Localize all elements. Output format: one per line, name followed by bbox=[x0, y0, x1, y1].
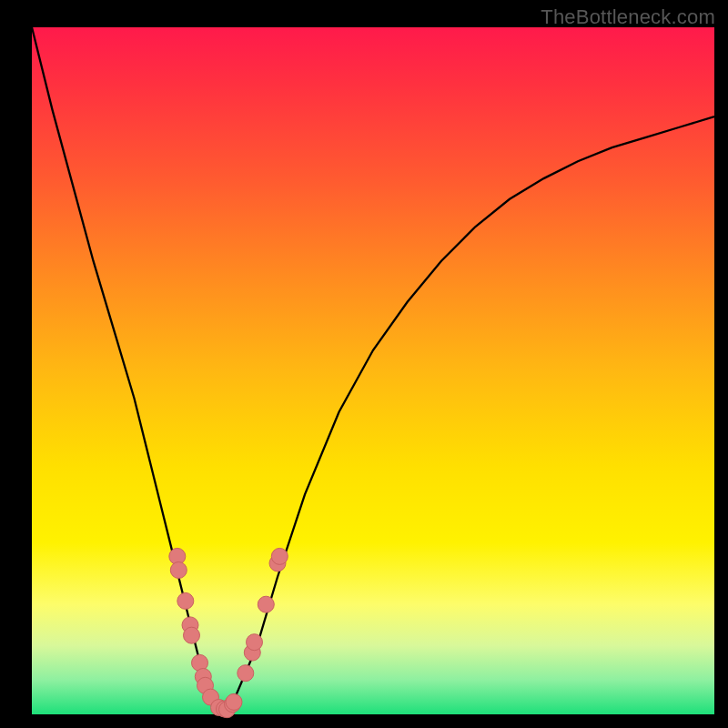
data-point bbox=[258, 596, 274, 612]
data-point bbox=[238, 665, 254, 682]
data-point bbox=[247, 634, 263, 651]
chart-overlay bbox=[0, 0, 728, 728]
data-point bbox=[184, 627, 200, 643]
data-point bbox=[271, 548, 288, 564]
chart-frame: TheBottleneck.com bbox=[0, 0, 728, 728]
data-point bbox=[170, 562, 187, 579]
data-point bbox=[177, 592, 194, 609]
scatter-points bbox=[169, 548, 288, 717]
curve-path bbox=[32, 27, 714, 712]
curve-series bbox=[32, 27, 714, 712]
data-point bbox=[226, 693, 242, 710]
